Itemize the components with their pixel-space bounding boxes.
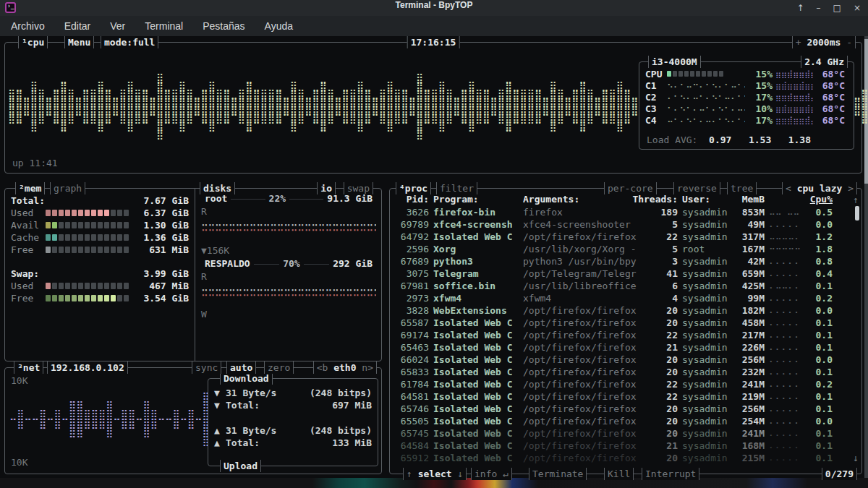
proc-row[interactable]: 65463Isolated Web C/opt/firefox/firefox2… [390, 341, 861, 354]
col-args[interactable]: Arguments: [523, 194, 624, 205]
proc-row[interactable]: 65912Isolated Web C/opt/firefox/firefox2… [390, 452, 861, 464]
core-percent: 17% [745, 92, 773, 103]
mem-graph-toggle[interactable]: graph [50, 182, 85, 194]
menu-item-archivo[interactable]: Archivo [11, 20, 45, 32]
proc-row[interactable]: 65746Isolated Web C/opt/firefox/firefox2… [390, 403, 861, 415]
menu-item-terminal[interactable]: Terminal [145, 20, 183, 32]
proc-cell-pid: 67981 [397, 281, 429, 291]
menu-item-pestañas[interactable]: Pestañas [203, 20, 244, 32]
net-box: ³net 192.168.0.102 sync auto zero <b eth… [4, 367, 382, 474]
proc-cell-pid: 2596 [397, 244, 429, 254]
disks-swap-toggle[interactable]: swap [344, 182, 373, 194]
proc-cell-threads: 20 [652, 354, 678, 365]
sort-prev-button[interactable]: < [786, 183, 791, 194]
proc-row[interactable]: 61784Isolated Web C/opt/firefox/firefox2… [390, 378, 861, 390]
kill-button[interactable]: Kill [604, 468, 634, 480]
proc-cell-program: Isolated Web C [433, 317, 519, 328]
cpu-box-tag[interactable]: ¹cpu [18, 36, 48, 48]
minimize-icon[interactable]: – [817, 3, 821, 13]
proc-cell-threads: 20 [652, 403, 678, 414]
net-auto-button[interactable]: auto [226, 361, 256, 374]
terminate-button[interactable]: Terminate [529, 468, 587, 480]
iface-prev-button[interactable]: <b [317, 362, 328, 373]
proc-row[interactable]: 65745Isolated Web C/opt/firefox/firefox2… [390, 427, 861, 440]
proc-cell-cpu: 0.0 [808, 219, 833, 230]
net-box-tag[interactable]: ³net [14, 361, 43, 374]
close-icon[interactable]: × [854, 3, 861, 13]
proc-row[interactable]: 64581Isolated Web C/opt/firefox/firefox2… [390, 390, 861, 403]
proc-row[interactable]: 64792Isolated Web C/opt/firefox/firefox2… [390, 231, 861, 243]
disk-io-graph-read: ⠒⠒⠒⠒⠒⠒⠒⠒⠒⠒⠒⠒⠒⠒⠒⠒⠒⠒⠒⠒⠒⠒⠒⠒⠒⠒⠒⠒⠒⠒ [201, 223, 376, 228]
net-zero-button[interactable]: zero [264, 361, 294, 374]
disk-name: RESPALDO [201, 258, 254, 270]
io-mode-button[interactable]: io [317, 182, 336, 194]
col-threads[interactable]: Threads: [629, 194, 678, 205]
disk-io-graph-write: ⠒⠒⠒⠒⠒⠒⠒⠒⠒⠒⠒⠒⠒⠒⠒⠒⠒⠒⠒⠒⠒⠒⠒⠒⠒⠒⠒⠒⠒⠒ [201, 228, 376, 234]
net-sync-button[interactable]: sync [192, 361, 221, 374]
scroll-down-icon[interactable]: ↓ [853, 453, 859, 463]
filter-button[interactable]: filter [436, 182, 477, 194]
proc-cell-graph: ⠄⠄⠄⠄⠄ [769, 306, 804, 316]
mode-button[interactable]: mode:full [101, 36, 158, 48]
proc-row[interactable]: 67689python3python3 /usr/bin/bpy3sysadmi… [390, 255, 861, 267]
proc-row[interactable]: 3828WebExtensions/opt/firefox/firefox20s… [390, 304, 861, 317]
proc-row[interactable]: 65587Isolated Web C/opt/firefox/firefox2… [390, 317, 861, 329]
menu-button[interactable]: Menu [64, 36, 94, 48]
proc-cell-user: root [682, 244, 731, 254]
iface-next-button[interactable]: n> [362, 362, 373, 373]
proc-row[interactable]: 2596Xorg/usr/lib/xorg/Xorg -5root167M⠒⠒⠒… [390, 243, 861, 255]
tree-toggle[interactable]: tree [727, 182, 757, 194]
proc-scrollbar-thumb[interactable] [855, 206, 859, 221]
proc-row[interactable]: 64584Isolated Web C/opt/firefox/firefox2… [390, 440, 861, 452]
select-down-icon[interactable]: ↓ [457, 468, 463, 479]
proc-cell-cpu: 1.8 [808, 244, 833, 254]
proc-row[interactable]: 2973xfwm4xfwm44sysadmin99M⠄⠄⠄⠄⠄0.2 [390, 292, 861, 304]
proc-cell-cpu: 0.1 [808, 281, 833, 291]
info-button[interactable]: info ↵ [471, 468, 512, 480]
core-temp-graph: ⣶⣾⣶⣶⣾⣶⣶ [773, 81, 813, 90]
mem-row-value: 6.37 GiB [129, 207, 189, 218]
proc-cell-program: Isolated Web C [433, 453, 519, 463]
select-up-icon[interactable]: ↑ [407, 468, 412, 479]
col-mem[interactable]: MemB [736, 194, 765, 205]
proc-row[interactable]: 67981soffice.bin/usr/lib/libreoffice6sys… [390, 280, 861, 292]
menu-item-ayuda[interactable]: Ayuda [265, 20, 293, 32]
shade-icon[interactable]: ↑ [797, 3, 804, 13]
core-temp-graph: ⣶⣶⣾⣶⣶⣾⣤ [773, 116, 813, 125]
proc-row[interactable]: 65833Isolated Web C/opt/firefox/firefox2… [390, 366, 861, 378]
interval-plus-button[interactable]: + [796, 37, 801, 48]
interrupt-button[interactable]: Interrupt [642, 468, 699, 480]
proc-row[interactable]: 66024Isolated Web C/opt/firefox/firefox2… [390, 354, 861, 366]
disks-tag[interactable]: disks [200, 182, 235, 194]
col-cpu-sort[interactable]: Cpu% [808, 194, 833, 205]
proc-cell-threads: 22 [652, 379, 678, 390]
proc-cell-cpu: 0.1 [808, 367, 833, 377]
proc-cell-user: sysadmin [682, 428, 731, 439]
col-user[interactable]: User: [682, 194, 731, 205]
proc-row[interactable]: 3075Telegram/opt/Telegram/Telegr41sysadm… [390, 267, 861, 280]
proc-row[interactable]: 69789xfce4-screenshxfce4-screenshooter5s… [390, 218, 861, 231]
proc-cell-user: sysadmin [682, 342, 731, 353]
scroll-up-icon[interactable]: ↑ [853, 194, 859, 205]
proc-cell-mem: 42M [736, 256, 765, 267]
maximize-icon[interactable]: □ [833, 3, 841, 13]
mem-box-tag[interactable]: ²mem [15, 182, 45, 194]
menu-item-editar[interactable]: Editar [64, 20, 91, 32]
proc-cell-user: sysadmin [682, 330, 731, 341]
proc-box-tag[interactable]: ⁴proc [396, 182, 431, 194]
proc-row[interactable]: 3626firefox-binfirefox189sysadmin853M⠤⠤ … [390, 206, 861, 218]
proc-row[interactable]: 69174Isolated Web C/opt/firefox/firefox2… [390, 329, 861, 341]
net-ip-address: 192.168.0.102 [47, 361, 128, 374]
col-pid[interactable]: Pid: [397, 194, 429, 205]
per-core-toggle[interactable]: per-core [604, 182, 657, 194]
sort-next-button[interactable]: > [848, 183, 854, 194]
menu-item-ver[interactable]: Ver [110, 20, 125, 32]
proc-cell-threads: 22 [652, 231, 678, 242]
col-program[interactable]: Program: [433, 194, 519, 205]
select-control[interactable]: ↑ select ↓ [403, 468, 467, 480]
proc-row[interactable]: 65505Isolated Web C/opt/firefox/firefox2… [390, 415, 861, 427]
proc-cell-pid: 64584 [397, 440, 429, 451]
interval-minus-button[interactable]: - [846, 37, 852, 48]
core-temp: 68°C [813, 103, 845, 114]
reverse-toggle[interactable]: reverse [673, 182, 720, 194]
